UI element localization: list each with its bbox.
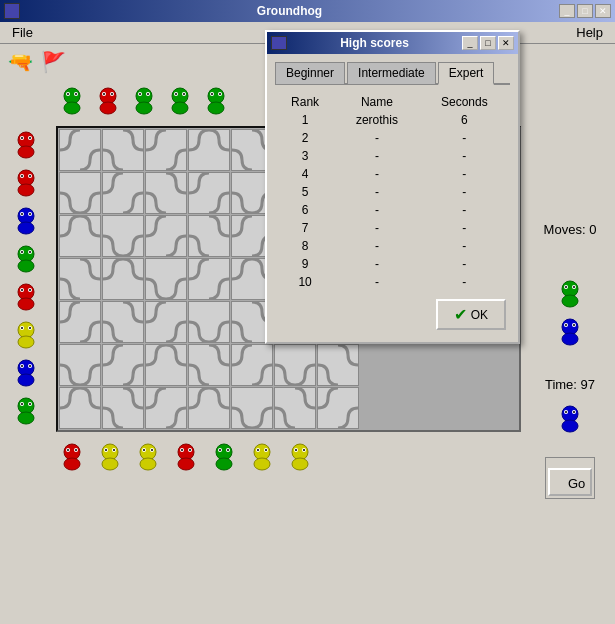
score-table: Rank Name Seconds 1zerothis62--3--4--5--…	[275, 93, 510, 291]
score-row-3: 3--	[275, 147, 510, 165]
score-row-10: 10--	[275, 273, 510, 291]
col-rank: Rank	[275, 93, 335, 111]
dialog-content: Beginner Intermediate Expert Rank Name S…	[267, 54, 518, 342]
tab-beginner[interactable]: Beginner	[275, 62, 345, 85]
high-scores-dialog: High scores _ □ ✕ Beginner Intermediate …	[265, 30, 520, 344]
dialog-overlay: High scores _ □ ✕ Beginner Intermediate …	[0, 0, 615, 624]
tab-intermediate[interactable]: Intermediate	[347, 62, 436, 85]
score-row-1: 1zerothis6	[275, 111, 510, 129]
dialog-icon	[271, 36, 287, 50]
score-row-5: 5--	[275, 183, 510, 201]
tab-expert[interactable]: Expert	[438, 62, 495, 85]
dialog-title: High scores	[287, 36, 462, 50]
score-row-6: 6--	[275, 201, 510, 219]
score-row-7: 7--	[275, 219, 510, 237]
dialog-restore[interactable]: □	[480, 36, 496, 50]
ok-button[interactable]: ✔ OK	[436, 299, 506, 330]
score-row-8: 8--	[275, 237, 510, 255]
ok-check-icon: ✔	[454, 305, 467, 324]
dialog-controls: _ □ ✕	[462, 36, 514, 50]
col-seconds: Seconds	[419, 93, 510, 111]
dialog-close[interactable]: ✕	[498, 36, 514, 50]
score-row-9: 9--	[275, 255, 510, 273]
score-row-4: 4--	[275, 165, 510, 183]
score-row-2: 2--	[275, 129, 510, 147]
tab-bar: Beginner Intermediate Expert	[275, 62, 510, 85]
col-name: Name	[335, 93, 419, 111]
dialog-minimize[interactable]: _	[462, 36, 478, 50]
dialog-title-bar: High scores _ □ ✕	[267, 32, 518, 54]
ok-label: OK	[471, 308, 488, 322]
ok-row: ✔ OK	[275, 291, 510, 334]
